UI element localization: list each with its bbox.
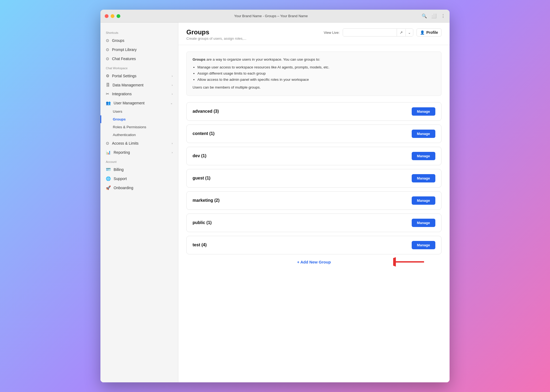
sidebar-item-prompt-library-label: Prompt Library — [112, 47, 137, 52]
sidebar-item-reporting[interactable]: 📊 Reporting › — [100, 148, 178, 157]
view-live-label: View Live: — [324, 31, 339, 35]
portal-settings-icon: ⚙ — [106, 74, 109, 78]
prompt-library-icon: ⊙ — [106, 47, 109, 52]
sidebar-item-access-limits[interactable]: ⊙ Access & Limits › — [100, 139, 178, 148]
group-item-public: public (1) Manage — [186, 214, 442, 232]
profile-icon: 👤 — [420, 30, 425, 35]
sidebar: Shortcuts ⊙ Groups ⊙ Prompt Library ⊙ Ch… — [100, 23, 178, 382]
add-new-group-button[interactable]: + Add New Group — [297, 260, 331, 264]
sidebar-item-user-management[interactable]: 👥 User Management ⌄ — [100, 98, 178, 108]
info-bullets: Manage user access to workspace resource… — [193, 64, 435, 83]
support-label: Support — [114, 177, 127, 181]
app-window: Your Brand Name - Groups – Your Brand Na… — [100, 10, 450, 382]
page-title-group: Groups Create groups of users, assign ro… — [186, 28, 246, 41]
chevron-right-icon: › — [172, 74, 173, 78]
view-live-open-button[interactable]: ↗ — [397, 29, 406, 36]
sidebar-item-support[interactable]: 🌐 Support — [100, 174, 178, 183]
group-name-public: public (1) — [193, 220, 212, 225]
sidebar-item-onboarding[interactable]: 🚀 Onboarding — [100, 183, 178, 192]
onboarding-label: Onboarding — [114, 186, 133, 190]
manage-button-dev[interactable]: Manage — [412, 152, 435, 160]
sidebar-item-chat-features-label: Chat Features — [112, 57, 136, 61]
sidebar-item-portal-settings[interactable]: ⚙ Portal Settings › — [100, 71, 178, 80]
manage-button-guest[interactable]: Manage — [412, 174, 435, 182]
main-layout: Shortcuts ⊙ Groups ⊙ Prompt Library ⊙ Ch… — [100, 23, 450, 382]
arrow-annotation — [393, 255, 425, 269]
manage-button-public[interactable]: Manage — [412, 219, 435, 227]
view-live-dropdown-button[interactable]: ⌄ — [406, 29, 413, 36]
content-area: Groups Create groups of users, assign ro… — [178, 23, 450, 382]
chevron-right-icon: › — [172, 151, 173, 154]
integrations-icon: ✂ — [106, 91, 109, 96]
sidebar-item-data-management[interactable]: 🗄 Data Management › — [100, 80, 178, 89]
sidebar-subitem-roles-permissions[interactable]: Roles & Permissions — [100, 123, 178, 131]
chat-workspace-label: Chat Workspace — [100, 63, 178, 71]
sidebar-subitem-users[interactable]: Users — [100, 108, 178, 115]
header-right: View Live: ↗ ⌄ 👤 Profile — [324, 28, 442, 36]
user-management-sub-items: Users Groups Roles & Permissions Authent… — [100, 108, 178, 139]
content-header: Groups Create groups of users, assign ro… — [178, 23, 450, 45]
sidebar-item-groups-label: Groups — [112, 38, 124, 43]
minimize-button[interactable] — [111, 14, 114, 18]
page-subtitle: Create groups of users, assign roles,... — [186, 36, 246, 41]
group-name-content: content (1) — [193, 131, 215, 136]
sidebar-item-prompt-library[interactable]: ⊙ Prompt Library — [100, 45, 178, 54]
group-name-dev: dev (1) — [193, 153, 207, 158]
info-bullet-2: Assign different usage limits to each gr… — [197, 71, 435, 77]
groups-list: advanced (3) Manage content (1) Manage d… — [186, 102, 442, 254]
sidebar-item-chat-features[interactable]: ⊙ Chat Features — [100, 54, 178, 63]
shortcuts-label: Shortcuts — [100, 28, 178, 36]
red-arrow-icon — [393, 255, 425, 269]
sidebar-item-billing[interactable]: 🪪 Billing — [100, 165, 178, 174]
chevron-right-icon: › — [172, 142, 173, 145]
billing-label: Billing — [114, 167, 124, 172]
reporting-icon: 📊 — [106, 150, 111, 155]
group-name-marketing: marketing (2) — [193, 198, 219, 203]
manage-button-marketing[interactable]: Manage — [412, 196, 435, 205]
billing-icon: 🪪 — [106, 167, 111, 172]
account-label: Account — [100, 157, 178, 165]
access-limits-icon: ⊙ — [106, 141, 109, 146]
manage-button-test[interactable]: Manage — [412, 241, 435, 249]
sidebar-item-groups[interactable]: ⊙ Groups — [100, 36, 178, 45]
group-item-advanced: advanced (3) Manage — [186, 102, 442, 121]
close-button[interactable] — [105, 14, 108, 18]
view-live-input[interactable] — [343, 29, 397, 36]
info-footer: Users can be members of multiple groups. — [193, 85, 435, 91]
groups-icon: ⊙ — [106, 38, 109, 43]
chevron-down-icon: ⌄ — [170, 101, 173, 105]
manage-button-content[interactable]: Manage — [412, 130, 435, 138]
share-icon[interactable]: ⬜ — [431, 13, 437, 19]
info-bullet-3: Allow access to the admin panel with spe… — [197, 77, 435, 83]
user-management-icon: 👥 — [106, 101, 111, 105]
info-bullet-1: Manage user access to workspace resource… — [197, 64, 435, 71]
chat-features-icon: ⊙ — [106, 56, 109, 61]
portal-settings-label: Portal Settings — [112, 74, 136, 78]
chevron-right-icon: › — [172, 83, 173, 87]
profile-button[interactable]: 👤 Profile — [417, 28, 442, 36]
manage-button-advanced[interactable]: Manage — [412, 107, 435, 116]
more-icon[interactable]: ⋮ — [441, 13, 445, 19]
view-live-input-group: ↗ ⌄ — [343, 28, 413, 36]
info-box: Groups are a way to organize users in yo… — [186, 52, 442, 96]
sidebar-subitem-authentication[interactable]: Authentication — [100, 131, 178, 139]
group-item-guest: guest (1) Manage — [186, 169, 442, 188]
integrations-label: Integrations — [112, 92, 132, 96]
access-limits-label: Access & Limits — [112, 141, 139, 145]
sidebar-item-integrations[interactable]: ✂ Integrations › — [100, 89, 178, 98]
info-intro-text: are a way to organize users in your work… — [205, 57, 320, 61]
info-intro-bold: Groups — [193, 57, 205, 61]
group-name-advanced: advanced (3) — [193, 109, 219, 114]
titlebar-actions: 🔍 ⬜ ⋮ — [422, 13, 445, 19]
group-item-dev: dev (1) Manage — [186, 147, 442, 165]
add-group-row: + Add New Group — [186, 260, 442, 264]
window-title: Your Brand Name - Groups – Your Brand Na… — [234, 14, 308, 18]
titlebar: Your Brand Name - Groups – Your Brand Na… — [100, 10, 450, 23]
page-title: Groups — [186, 28, 246, 36]
sidebar-subitem-groups[interactable]: Groups — [100, 115, 178, 123]
profile-label: Profile — [426, 30, 438, 35]
fullscreen-button[interactable] — [117, 14, 120, 18]
traffic-lights — [105, 14, 120, 18]
group-item-marketing: marketing (2) Manage — [186, 191, 442, 210]
search-icon[interactable]: 🔍 — [422, 13, 427, 19]
